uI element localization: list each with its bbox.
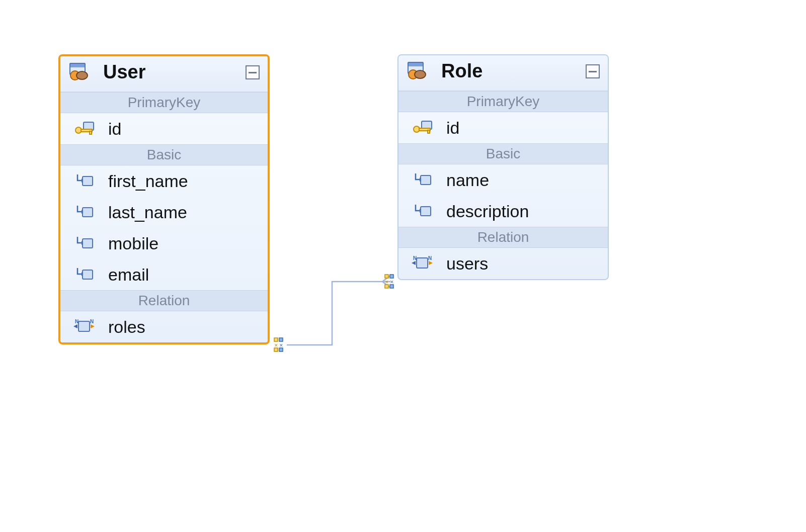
field-icon xyxy=(413,171,435,189)
section-basic-header: Basic xyxy=(398,143,608,164)
field-user-id[interactable]: id xyxy=(60,113,268,144)
field-icon xyxy=(413,203,435,220)
field-icon xyxy=(74,266,97,283)
entity-role[interactable]: Role PrimaryKey id Basic name descriptio… xyxy=(397,54,609,280)
field-user-email[interactable]: email xyxy=(60,259,268,290)
field-label: mobile xyxy=(108,234,158,253)
key-icon xyxy=(413,119,435,136)
field-label: description xyxy=(446,202,529,221)
field-label: name xyxy=(446,170,489,190)
entity-user-title: User xyxy=(103,61,146,83)
field-label: users xyxy=(446,254,488,273)
section-relation-header: Relation xyxy=(398,227,608,248)
key-icon xyxy=(74,120,97,137)
section-relation-header: Relation xyxy=(60,290,268,311)
collapse-icon[interactable] xyxy=(586,64,600,78)
field-role-description[interactable]: description xyxy=(398,196,608,227)
field-user-first-name[interactable]: first_name xyxy=(60,165,268,197)
field-user-mobile[interactable]: mobile xyxy=(60,228,268,259)
entity-role-header[interactable]: Role xyxy=(398,55,608,91)
field-icon xyxy=(74,235,97,252)
diagram-canvas[interactable]: User PrimaryKey id Basic first_name last… xyxy=(0,0,806,532)
entity-user-header[interactable]: User xyxy=(60,56,268,92)
field-label: roles xyxy=(108,317,145,336)
field-label: first_name xyxy=(108,171,188,191)
section-primarykey-header: PrimaryKey xyxy=(60,92,268,113)
collapse-icon[interactable] xyxy=(246,65,260,79)
field-user-roles[interactable]: roles xyxy=(60,311,268,342)
field-label: id xyxy=(446,118,459,137)
relation-icon xyxy=(72,317,98,336)
relation-icon xyxy=(411,254,436,273)
field-icon xyxy=(74,204,97,221)
entity-icon xyxy=(68,62,93,82)
field-user-last-name[interactable]: last_name xyxy=(60,197,268,228)
entity-role-title: Role xyxy=(441,60,482,82)
section-primarykey-header: PrimaryKey xyxy=(398,91,608,112)
entity-user[interactable]: User PrimaryKey id Basic first_name last… xyxy=(58,54,270,344)
field-icon xyxy=(74,172,97,190)
entity-icon xyxy=(406,61,431,81)
field-label: last_name xyxy=(108,203,187,222)
field-label: email xyxy=(108,265,149,284)
field-label: id xyxy=(108,119,121,138)
field-role-users[interactable]: users xyxy=(398,248,608,279)
section-basic-header: Basic xyxy=(60,144,268,165)
field-role-id[interactable]: id xyxy=(398,112,608,143)
field-role-name[interactable]: name xyxy=(398,164,608,196)
